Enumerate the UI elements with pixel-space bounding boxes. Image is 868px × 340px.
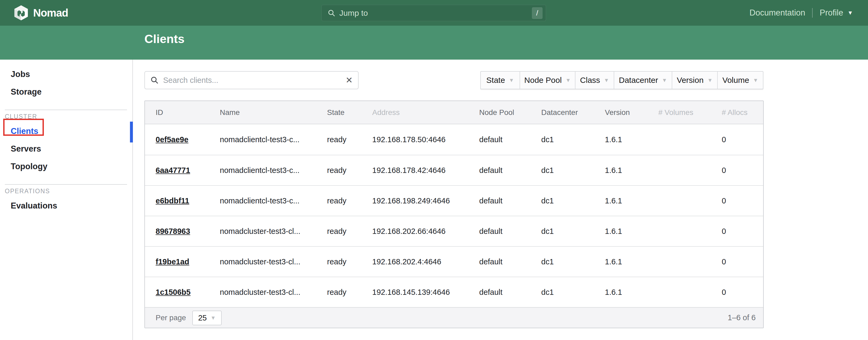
client-id-link[interactable]: 0ef5ae9e [156, 135, 188, 144]
col-header-allocs: # Allocs [722, 108, 763, 117]
client-version: 1.6.1 [605, 135, 622, 144]
client-allocs: 0 [722, 166, 726, 175]
client-node-pool: default [479, 166, 502, 175]
top-nav-links: Documentation Profile ▼ [749, 0, 853, 26]
client-state: ready [327, 257, 346, 266]
client-allocs: 0 [722, 288, 726, 297]
client-name: nomadclientcl-test3-c... [220, 166, 300, 175]
client-id-link[interactable]: 89678963 [156, 227, 190, 236]
client-id-link[interactable]: 6aa47771 [156, 166, 190, 175]
client-address: 192.168.202.4:4646 [372, 257, 441, 266]
col-header-volumes: # Volumes [658, 108, 722, 117]
sidebar-item-topology[interactable]: Topology [0, 158, 132, 175]
sidebar-item-evaluations[interactable]: Evaluations [0, 197, 132, 215]
client-id-link[interactable]: e6bdbf11 [156, 196, 189, 205]
per-page-value: 25 [198, 313, 207, 322]
search-clients-input[interactable] [159, 76, 345, 85]
col-header-address: Address [372, 108, 479, 117]
filter-datacenter[interactable]: Datacenter ▼ [614, 72, 672, 89]
col-header-version[interactable]: Version [605, 108, 658, 117]
sidebar-item-servers[interactable]: Servers [0, 140, 132, 158]
chevron-down-icon: ▼ [707, 77, 713, 83]
per-page-label: Per page [156, 313, 186, 322]
client-address: 192.168.178.50:4646 [372, 135, 445, 144]
search-clients-box: ✕ [145, 71, 359, 89]
jump-to-search[interactable]: / [321, 5, 546, 21]
search-icon [150, 76, 159, 85]
documentation-link[interactable]: Documentation [749, 8, 805, 18]
filter-volume[interactable]: Volume ▼ [717, 72, 763, 89]
active-nav-indicator [130, 122, 133, 143]
col-header-id[interactable]: ID [156, 108, 220, 117]
clients-table: ID Name State Address Node Pool Datacent… [145, 100, 764, 328]
table-row[interactable]: e6bdbf11nomadclientcl-test3-c...ready192… [145, 185, 763, 216]
chevron-down-icon: ▼ [662, 77, 667, 83]
table-body: 0ef5ae9enomadclientcl-test3-c...ready192… [145, 124, 763, 307]
client-version: 1.6.1 [605, 288, 622, 297]
client-node-pool: default [479, 288, 502, 297]
filter-class[interactable]: Class ▼ [575, 72, 614, 89]
client-state: ready [327, 288, 346, 297]
nomad-brand[interactable]: Nomad [14, 0, 68, 26]
client-node-pool: default [479, 135, 502, 144]
filter-version[interactable]: Version ▼ [672, 72, 717, 89]
jump-to-input[interactable] [336, 8, 532, 18]
table-footer: Per page 25 ▼ 1–6 of 6 [145, 307, 763, 328]
sidebar-item-jobs[interactable]: Jobs [0, 65, 132, 83]
filter-state[interactable]: State ▼ [481, 72, 520, 89]
client-allocs: 0 [722, 196, 726, 205]
sidebar-item-storage[interactable]: Storage [0, 83, 132, 101]
client-version: 1.6.1 [605, 166, 622, 175]
chevron-down-icon: ▼ [211, 315, 216, 321]
client-state: ready [327, 227, 346, 236]
sidebar-section-cluster: CLUSTER [0, 111, 132, 122]
col-header-datacenter[interactable]: Datacenter [541, 108, 605, 117]
filter-datacenter-label: Datacenter [619, 75, 658, 85]
table-row[interactable]: 89678963nomadcluster-test3-cl...ready192… [145, 216, 763, 246]
client-node-pool: default [479, 227, 502, 236]
client-node-pool: default [479, 257, 502, 266]
page-header: Clients [0, 26, 868, 60]
sidebar-item-clients[interactable]: Clients [0, 122, 132, 140]
col-header-name[interactable]: Name [220, 108, 327, 117]
client-name: nomadcluster-test3-cl... [220, 288, 300, 297]
nomad-logo-icon [14, 5, 28, 21]
profile-menu[interactable]: Profile ▼ [819, 8, 853, 18]
client-name: nomadcluster-test3-cl... [220, 257, 300, 266]
client-name: nomadcluster-test3-cl... [220, 227, 300, 236]
client-allocs: 0 [722, 257, 726, 266]
filter-node-pool[interactable]: Node Pool ▼ [520, 72, 575, 89]
table-row[interactable]: 1c1506b5nomadcluster-test3-cl...ready192… [145, 277, 763, 307]
filter-bar: State ▼ Node Pool ▼ Class ▼ Datacenter ▼… [480, 71, 764, 89]
col-header-node-pool[interactable]: Node Pool [479, 108, 541, 117]
filter-volume-label: Volume [722, 75, 749, 85]
clear-search-icon[interactable]: ✕ [345, 76, 353, 85]
col-header-state[interactable]: State [327, 108, 372, 117]
sidebar-section-operations: OPERATIONS [0, 185, 132, 197]
per-page-select[interactable]: 25 ▼ [192, 311, 222, 325]
client-version: 1.6.1 [605, 257, 622, 266]
pagination-range: 1–6 of 6 [727, 313, 756, 322]
filter-node-pool-label: Node Pool [524, 75, 562, 85]
filter-version-label: Version [677, 75, 704, 85]
client-id-link[interactable]: 1c1506b5 [156, 288, 191, 297]
profile-label: Profile [819, 8, 843, 18]
client-state: ready [327, 196, 346, 205]
page-title: Clients [145, 32, 185, 46]
table-row[interactable]: 0ef5ae9enomadclientcl-test3-c...ready192… [145, 124, 763, 155]
sidebar-divider [5, 110, 127, 110]
client-node-pool: default [479, 196, 502, 205]
table-row[interactable]: 6aa47771nomadclientcl-test3-c...ready192… [145, 155, 763, 185]
client-datacenter: dc1 [541, 288, 554, 297]
client-id-link[interactable]: f19be1ad [156, 257, 189, 266]
filter-class-label: Class [580, 75, 600, 85]
client-address: 192.168.178.42:4646 [372, 166, 445, 175]
client-allocs: 0 [722, 135, 726, 144]
chevron-down-icon: ▼ [604, 77, 609, 83]
client-address: 192.168.202.66:4646 [372, 227, 445, 236]
table-row[interactable]: f19be1adnomadcluster-test3-cl...ready192… [145, 246, 763, 277]
chevron-down-icon: ▼ [509, 77, 514, 83]
client-state: ready [327, 166, 346, 175]
client-allocs: 0 [722, 227, 726, 236]
filter-state-label: State [487, 75, 505, 85]
